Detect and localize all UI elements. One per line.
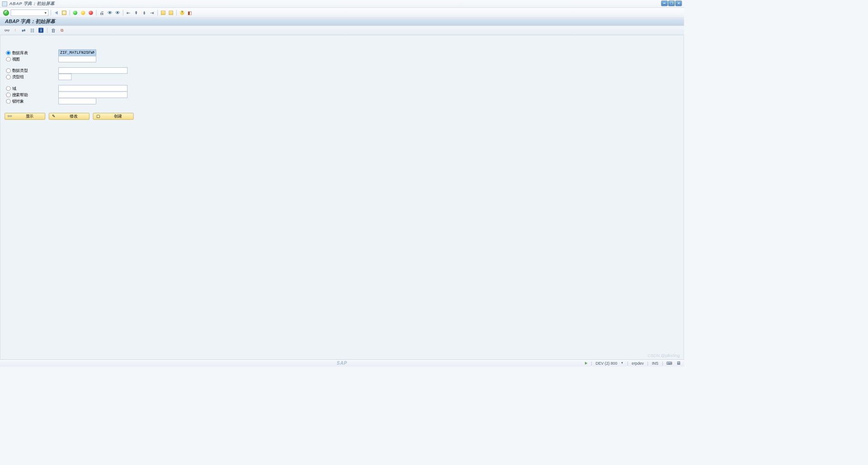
print-button[interactable]: 🖨 bbox=[99, 9, 105, 16]
message-expand-icon[interactable] bbox=[585, 362, 588, 364]
radio-lock-object[interactable] bbox=[6, 99, 10, 103]
status-system[interactable]: DEV (2) 800 bbox=[596, 361, 618, 365]
change-button[interactable]: ✎ 修改 bbox=[49, 113, 90, 120]
red-ball-icon bbox=[89, 10, 93, 14]
help-icon: ? bbox=[180, 10, 184, 14]
display-list-button[interactable]: ☷ bbox=[29, 27, 36, 33]
binoculars-icon: 👁 bbox=[108, 10, 112, 15]
row-search-help: 搜索帮助 bbox=[3, 92, 682, 98]
status-insert-mode: INS bbox=[652, 361, 658, 365]
new-page-icon: ▢ bbox=[95, 114, 100, 118]
page-down-icon: ⇟ bbox=[142, 10, 146, 15]
row-domain: 域 bbox=[3, 85, 682, 91]
find-next-button[interactable]: 👁 bbox=[114, 9, 121, 16]
check-icon bbox=[3, 10, 9, 16]
input-lock-object[interactable] bbox=[58, 98, 96, 104]
binoculars-plus-icon: 👁 bbox=[115, 10, 120, 15]
toolbar-separator bbox=[157, 10, 158, 16]
toolbar-separator bbox=[123, 10, 123, 16]
radio-search-help[interactable] bbox=[6, 92, 10, 97]
where-used-button[interactable]: ⇄ bbox=[21, 27, 27, 33]
delete-button[interactable]: 🗑 bbox=[50, 27, 57, 33]
glasses-icon: 👓 bbox=[4, 28, 10, 33]
print-icon: 🖨 bbox=[99, 10, 104, 15]
status-monitor-icon[interactable]: 🖥 bbox=[676, 361, 680, 366]
label-view: 视图 bbox=[12, 56, 58, 62]
display-object-button[interactable]: 👓 bbox=[4, 27, 10, 33]
radio-type-group[interactable] bbox=[6, 75, 10, 79]
dropdown-icon[interactable]: ▼ bbox=[621, 362, 623, 365]
display-button[interactable]: 👓 显示 bbox=[5, 113, 45, 120]
save-button[interactable] bbox=[61, 9, 67, 16]
back-button[interactable] bbox=[53, 9, 59, 16]
input-db-table[interactable] bbox=[58, 50, 96, 56]
display-button-label: 显示 bbox=[16, 113, 42, 119]
radio-domain[interactable] bbox=[6, 86, 10, 90]
input-data-type[interactable] bbox=[58, 67, 127, 74]
layout-icon: ◧ bbox=[188, 10, 192, 15]
radio-data-type[interactable] bbox=[6, 68, 10, 73]
label-db-table: 数据库表 bbox=[12, 50, 58, 56]
command-field[interactable]: ▼ bbox=[11, 9, 49, 16]
restore-button[interactable]: ❐ bbox=[668, 1, 675, 6]
up-arrow-icon: ↑ bbox=[14, 28, 17, 33]
toolbar-separator bbox=[96, 10, 97, 16]
page-title-band: ABAP 字典：初始屏幕 bbox=[0, 18, 684, 25]
row-view: 视图 bbox=[3, 56, 682, 62]
page-first-icon: ⇤ bbox=[127, 10, 131, 15]
minimize-button[interactable]: ━ bbox=[661, 1, 668, 6]
watermark: CSDN @plkeling bbox=[647, 353, 679, 358]
help-button[interactable]: ? bbox=[179, 9, 185, 16]
input-type-group[interactable] bbox=[58, 74, 71, 80]
pencil-icon: ✎ bbox=[51, 114, 56, 118]
info-button[interactable]: i bbox=[38, 27, 44, 33]
glasses-icon: 👓 bbox=[7, 114, 12, 118]
back-nav-button[interactable] bbox=[72, 9, 78, 16]
toolbar-separator bbox=[47, 28, 47, 33]
work-area: 数据库表 视图 数据类型 类型组 域 搜索帮助 锁对象 👓 显示 bbox=[0, 35, 684, 359]
label-search-help: 搜索帮助 bbox=[12, 92, 58, 98]
row-data-type: 数据类型 bbox=[3, 67, 682, 74]
status-keyboard-icon[interactable]: ⌨ bbox=[666, 361, 672, 366]
window-icon bbox=[161, 10, 165, 14]
label-type-group: 类型组 bbox=[12, 74, 58, 80]
find-button[interactable]: 👁 bbox=[107, 9, 113, 16]
input-search-help[interactable] bbox=[58, 92, 127, 98]
copy-button[interactable]: ⧉ bbox=[59, 27, 65, 33]
radio-db-table[interactable] bbox=[6, 51, 10, 55]
tree-icon: ☷ bbox=[30, 28, 34, 33]
status-server: erpdev bbox=[632, 361, 644, 365]
layout-menu-button[interactable]: ◧ bbox=[187, 9, 193, 16]
enter-button[interactable] bbox=[3, 9, 9, 16]
row-lock-object: 锁对象 bbox=[3, 98, 682, 104]
input-domain[interactable] bbox=[58, 85, 127, 91]
row-db-table: 数据库表 bbox=[3, 50, 682, 56]
page-title: ABAP 字典：初始屏幕 bbox=[5, 19, 55, 25]
label-domain: 域 bbox=[12, 86, 58, 91]
sap-window-icon bbox=[2, 1, 7, 6]
info-icon: i bbox=[38, 28, 43, 33]
last-page-button[interactable]: ⇥ bbox=[149, 9, 155, 16]
toolbar-separator bbox=[70, 10, 70, 16]
first-page-button[interactable]: ⇤ bbox=[125, 9, 132, 16]
close-window-button[interactable]: ✕ bbox=[675, 1, 682, 6]
cancel-button[interactable] bbox=[88, 9, 94, 16]
activate-button[interactable]: ↑ bbox=[12, 27, 19, 33]
toolbar-separator bbox=[51, 10, 51, 16]
shortcut-icon bbox=[169, 10, 173, 14]
create-button[interactable]: ▢ 创建 bbox=[93, 113, 134, 120]
radio-view[interactable] bbox=[6, 57, 10, 61]
yellow-ball-icon bbox=[81, 10, 85, 14]
shortcut-button[interactable] bbox=[168, 9, 174, 16]
next-page-button[interactable]: ⇟ bbox=[141, 9, 147, 16]
page-last-icon: ⇥ bbox=[150, 10, 154, 15]
window-titlebar: ABAP 字典：初始屏幕 ━ ❐ ✕ bbox=[0, 0, 684, 8]
input-view[interactable] bbox=[58, 56, 96, 62]
new-session-button[interactable] bbox=[160, 9, 166, 16]
window-title: ABAP 字典：初始屏幕 bbox=[9, 1, 54, 7]
action-button-row: 👓 显示 ✎ 修改 ▢ 创建 bbox=[3, 113, 682, 120]
sap-logo: SAP bbox=[337, 360, 347, 366]
exit-button[interactable] bbox=[80, 9, 86, 16]
command-dropdown-icon[interactable]: ▼ bbox=[44, 11, 47, 14]
prev-page-button[interactable]: ⇞ bbox=[133, 9, 140, 16]
